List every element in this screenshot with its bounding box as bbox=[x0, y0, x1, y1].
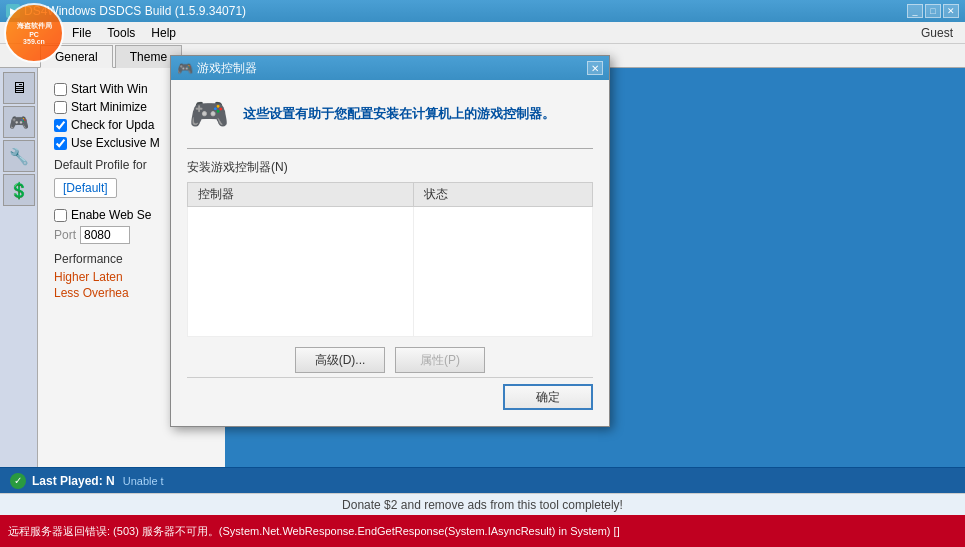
checkbox-exclusive[interactable] bbox=[54, 137, 67, 150]
title-bar-controls: _ □ ✕ bbox=[907, 4, 959, 18]
dialog-title: 游戏控制器 bbox=[197, 60, 257, 77]
checkbox-startwith[interactable] bbox=[54, 83, 67, 96]
properties-button[interactable]: 属性(P) bbox=[395, 347, 485, 373]
ok-button[interactable]: 确定 bbox=[503, 384, 593, 410]
dialog-description: 这些设置有助于您配置安装在计算机上的游戏控制器。 bbox=[243, 105, 593, 123]
sidebar: 🖥 🎮 🔧 💲 bbox=[0, 68, 38, 467]
user-label: Guest bbox=[921, 26, 961, 40]
status-sub: Unable t bbox=[123, 475, 164, 487]
dialog-close-button[interactable]: ✕ bbox=[587, 61, 603, 75]
table-body-row bbox=[188, 207, 593, 337]
sidebar-btn-tools[interactable]: 🔧 bbox=[3, 140, 35, 172]
sidebar-btn-display[interactable]: 🖥 bbox=[3, 72, 35, 104]
game-controller-dialog[interactable]: 🎮 游戏控制器 ✕ 🎮 这些设置有助于您配置安装在计算机上的游戏控制器。 安装游… bbox=[170, 55, 610, 427]
dialog-ok-section: 确定 bbox=[187, 377, 593, 414]
checkbox-checkupdate-label: Check for Upda bbox=[71, 118, 154, 132]
checkbox-webserver[interactable] bbox=[54, 209, 67, 222]
status-cell bbox=[414, 207, 593, 337]
menu-help[interactable]: Help bbox=[143, 24, 184, 42]
error-bar: 远程服务器返回错误: (503) 服务器不可用。(System.Net.WebR… bbox=[0, 515, 965, 547]
sidebar-btn-dollar[interactable]: 💲 bbox=[3, 174, 35, 206]
menu-file[interactable]: File bbox=[64, 24, 99, 42]
error-text: 远程服务器返回错误: (503) 服务器不可用。(System.Net.WebR… bbox=[8, 524, 620, 539]
status-icon: ✓ bbox=[10, 473, 26, 489]
checkbox-startmin-label: Start Minimize bbox=[71, 100, 147, 114]
checkbox-webserver-label: Enabe Web Se bbox=[71, 208, 152, 222]
checkbox-startwith-label: Start With Win bbox=[71, 82, 148, 96]
table-header-row: 控制器 状态 bbox=[188, 183, 593, 207]
status-bar: ✓ Last Played: N Unable t bbox=[0, 467, 965, 493]
maximize-button[interactable]: □ bbox=[925, 4, 941, 18]
checkbox-startmin[interactable] bbox=[54, 101, 67, 114]
donate-text: Donate $2 and remove ads from this tool … bbox=[342, 498, 623, 512]
col-status: 状态 bbox=[414, 183, 593, 207]
minimize-button[interactable]: _ bbox=[907, 4, 923, 18]
port-label: Port bbox=[54, 228, 76, 242]
dialog-header: 🎮 这些设置有助于您配置安装在计算机上的游戏控制器。 bbox=[187, 92, 593, 149]
donate-bar[interactable]: Donate $2 and remove ads from this tool … bbox=[0, 493, 965, 515]
port-input[interactable] bbox=[80, 226, 130, 244]
close-button[interactable]: ✕ bbox=[943, 4, 959, 18]
dialog-content: 🎮 这些设置有助于您配置安装在计算机上的游戏控制器。 安装游戏控制器(N) 控制… bbox=[171, 80, 609, 426]
dialog-gamepad-icon: 🎮 bbox=[187, 92, 231, 136]
menu-bar: 海盗软件局 PC 359.cn File Tools Help Guest bbox=[0, 22, 965, 44]
menu-tools[interactable]: Tools bbox=[99, 24, 143, 42]
col-controller: 控制器 bbox=[188, 183, 414, 207]
watermark: 海盗软件局 PC 359.cn bbox=[4, 3, 64, 63]
dialog-action-buttons: 高级(D)... 属性(P) bbox=[187, 347, 593, 373]
dialog-title-left: 🎮 游戏控制器 bbox=[177, 60, 257, 77]
checkbox-exclusive-label: Use Exclusive M bbox=[71, 136, 160, 150]
dialog-section-title: 安装游戏控制器(N) bbox=[187, 159, 593, 176]
sidebar-btn-gamepad[interactable]: 🎮 bbox=[3, 106, 35, 138]
controller-table: 控制器 状态 bbox=[187, 182, 593, 337]
advanced-button[interactable]: 高级(D)... bbox=[295, 347, 385, 373]
checkbox-checkupdate[interactable] bbox=[54, 119, 67, 132]
status-text: Last Played: N bbox=[32, 474, 115, 488]
default-profile-value[interactable]: [Default] bbox=[54, 178, 117, 198]
dialog-gamepad-title-icon: 🎮 bbox=[177, 61, 193, 76]
watermark-logo: 海盗软件局 PC 359.cn bbox=[4, 3, 64, 63]
dialog-title-bar: 🎮 游戏控制器 ✕ bbox=[171, 56, 609, 80]
controller-cell bbox=[188, 207, 414, 337]
title-bar: ▶ DS4Windows DSDCS Build (1.5.9.34071) _… bbox=[0, 0, 965, 22]
